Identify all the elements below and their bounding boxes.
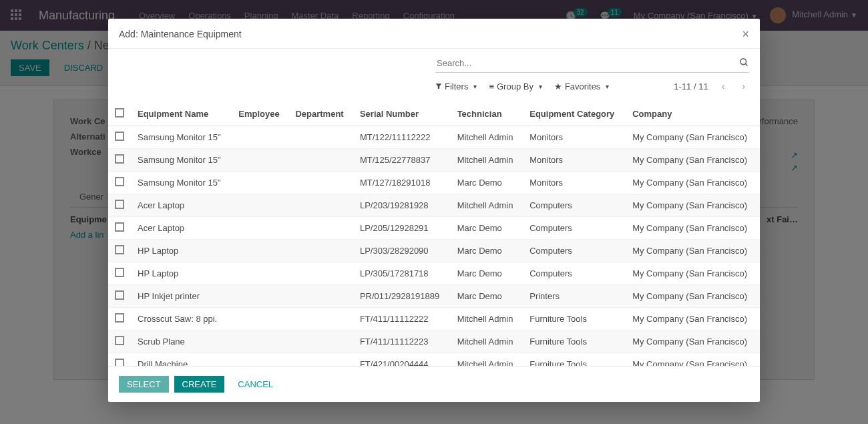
pager-next[interactable]: › [738,79,749,93]
groupby-dropdown[interactable]: ≡ Group By ▾ [489,81,542,91]
cell-serial: MT/122/11112222 [353,126,451,149]
table-row[interactable]: HP LaptopLP/305/17281718Marc DemoCompute… [108,262,760,285]
table-row[interactable]: HP LaptopLP/303/28292090Marc DemoCompute… [108,240,760,262]
cell-category: Furniture Tools [523,308,626,331]
cell-serial: LP/305/17281718 [353,262,451,285]
row-checkbox[interactable] [115,177,124,186]
cell-technician: Marc Demo [451,240,523,262]
row-checkbox[interactable] [115,268,124,277]
cell-company: My Company (San Francisco) [626,172,760,194]
cell-name: Crosscut Saw: 8 ppi. [131,308,232,331]
cell-technician: Mitchell Admin [451,308,523,331]
cell-serial: MT/127/18291018 [353,172,451,194]
cell-technician: Mitchell Admin [451,149,523,172]
cell-serial: LP/205/12928291 [353,217,451,240]
cell-category: Computers [523,262,626,285]
table-row[interactable]: Drill MachineFT/421/00204444Mitchell Adm… [108,353,760,367]
cell-serial: PR/011/2928191889 [353,285,451,308]
table-row[interactable]: Samsung Monitor 15"MT/127/18291018Marc D… [108,172,760,194]
cell-company: My Company (San Francisco) [626,126,760,149]
cell-employee [232,285,288,308]
favorites-dropdown[interactable]: ★ Favorites ▾ [554,81,609,91]
table-row[interactable]: Samsung Monitor 15"MT/125/22778837Mitche… [108,149,760,172]
cell-department [288,217,353,240]
close-button[interactable]: × [742,28,749,40]
cell-department [288,172,353,194]
table-row[interactable]: HP Inkjet printerPR/011/2928191889Marc D… [108,285,760,308]
cell-company: My Company (San Francisco) [626,217,760,240]
select-all-checkbox[interactable] [115,108,124,118]
filters-dropdown[interactable]: Filters ▾ [435,81,477,91]
col-technician[interactable]: Technician [451,102,523,126]
col-employee[interactable]: Employee [232,102,288,126]
col-equipment-name[interactable]: Equipment Name [131,102,232,126]
row-checkbox[interactable] [115,132,124,141]
equipment-table: Equipment Name Employee Department Seria… [108,102,760,366]
cell-company: My Company (San Francisco) [626,353,760,367]
cell-name: HP Inkjet printer [131,285,232,308]
table-row[interactable]: Samsung Monitor 15"MT/122/11112222Mitche… [108,126,760,149]
cell-serial: FT/421/00204444 [353,353,451,367]
table-row[interactable]: Acer LaptopLP/203/19281928Mitchell Admin… [108,194,760,217]
cell-department [288,331,353,353]
table-row[interactable]: Scrub PlaneFT/411/11112223Mitchell Admin… [108,331,760,353]
cell-category: Computers [523,217,626,240]
cell-company: My Company (San Francisco) [626,240,760,262]
cell-category: Printers [523,285,626,308]
cell-employee [232,262,288,285]
search-input[interactable] [435,55,734,71]
row-checkbox[interactable] [115,359,124,366]
row-checkbox[interactable] [115,154,124,164]
cell-technician: Marc Demo [451,172,523,194]
cell-category: Computers [523,194,626,217]
cell-category: Furniture Tools [523,331,626,353]
cell-employee [232,149,288,172]
cell-serial: MT/125/22778837 [353,149,451,172]
row-checkbox[interactable] [115,313,124,323]
create-button[interactable]: Create [174,376,225,393]
cell-technician: Mitchell Admin [451,353,523,367]
cell-department [288,262,353,285]
pager-text: 1-11 / 11 [674,81,708,91]
cell-name: Samsung Monitor 15" [131,126,232,149]
select-button[interactable]: Select [119,376,169,393]
cell-name: Samsung Monitor 15" [131,149,232,172]
cell-technician: Marc Demo [451,217,523,240]
cell-category: Monitors [523,149,626,172]
col-department[interactable]: Department [288,102,353,126]
cell-name: Scrub Plane [131,331,232,353]
cell-name: Acer Laptop [131,217,232,240]
cell-company: My Company (San Francisco) [626,308,760,331]
cell-category: Monitors [523,126,626,149]
row-checkbox[interactable] [115,222,124,232]
list-icon: ≡ [489,81,494,91]
cell-company: My Company (San Francisco) [626,149,760,172]
col-category[interactable]: Equipment Category [523,102,626,126]
cell-department [288,353,353,367]
cell-name: Acer Laptop [131,194,232,217]
cancel-button[interactable]: Cancel [230,376,281,393]
modal-title: Add: Maintenance Equipment [119,29,242,39]
cell-name: HP Laptop [131,262,232,285]
col-company[interactable]: Company [626,102,760,126]
cell-employee [232,331,288,353]
row-checkbox[interactable] [115,290,124,300]
row-checkbox[interactable] [115,245,124,254]
cell-name: Samsung Monitor 15" [131,172,232,194]
row-checkbox[interactable] [115,336,124,345]
cell-technician: Mitchell Admin [451,126,523,149]
table-row[interactable]: Crosscut Saw: 8 ppi.FT/411/11112222Mitch… [108,308,760,331]
modal-add-equipment: Add: Maintenance Equipment × Filters ▾ ≡… [108,19,760,402]
cell-name: Drill Machine [131,353,232,367]
col-serial[interactable]: Serial Number [353,102,451,126]
table-row[interactable]: Acer LaptopLP/205/12928291Marc DemoCompu… [108,217,760,240]
row-checkbox[interactable] [115,200,124,209]
pager-prev[interactable]: ‹ [718,79,729,93]
cell-serial: FT/411/11112222 [353,308,451,331]
search-icon[interactable] [739,57,749,69]
cell-department [288,308,353,331]
cell-technician: Mitchell Admin [451,331,523,353]
cell-serial: LP/303/28292090 [353,240,451,262]
cell-employee [232,126,288,149]
chevron-down-icon: ▾ [473,83,477,90]
